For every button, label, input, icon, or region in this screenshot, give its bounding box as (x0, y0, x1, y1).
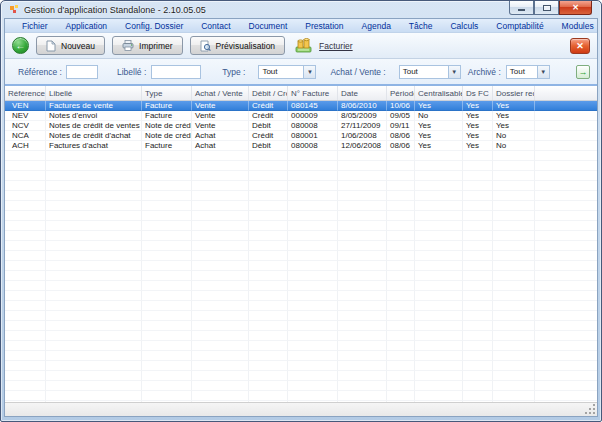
minimize-button[interactable] (509, 1, 534, 15)
cell (463, 371, 493, 381)
cell (493, 211, 535, 221)
new-button[interactable]: Nouveau (36, 36, 105, 55)
cell (5, 321, 46, 331)
preview-button[interactable]: Prévisualisation (190, 36, 286, 55)
cell (493, 371, 535, 381)
table-row-ach[interactable]: ACHFactures d'achatFactureAchatDébit0800… (5, 141, 597, 151)
cell (338, 191, 387, 201)
cell: Facture (142, 101, 192, 111)
type-filter-dropdown[interactable]: Tout ▼ (258, 65, 316, 79)
achat-vente-filter-dropdown[interactable]: Tout ▼ (399, 65, 461, 79)
menu-item-prestation[interactable]: Prestation (296, 21, 352, 31)
app-icon (9, 4, 20, 15)
cell-filler (535, 201, 597, 211)
column-header-debit-credit[interactable]: Débit / Crédit (249, 86, 288, 100)
cell (192, 361, 249, 371)
menu-item-config-dossier[interactable]: Config. Dossier (116, 21, 192, 31)
table-row-empty (5, 371, 597, 381)
cell (288, 211, 338, 221)
menu-item-calculs[interactable]: Calculs (441, 21, 487, 31)
column-header-libelle[interactable]: Libellé (46, 86, 142, 100)
table-row-empty (5, 241, 597, 251)
cell-filler (535, 121, 597, 131)
cell (288, 321, 338, 331)
cell (387, 251, 415, 261)
cell-filler (535, 211, 597, 221)
table-row-empty (5, 191, 597, 201)
cell (288, 251, 338, 261)
apply-filter-button[interactable]: → (576, 65, 590, 79)
cell (249, 251, 288, 261)
cell (493, 361, 535, 371)
cell (288, 231, 338, 241)
column-header-type[interactable]: Type (142, 86, 192, 100)
cell (415, 191, 463, 201)
status-bar (5, 402, 597, 416)
cell: No (493, 141, 535, 151)
chevron-down-icon: ▼ (448, 66, 460, 78)
menu-item-contact[interactable]: Contact (192, 21, 239, 31)
cell (493, 381, 535, 391)
type-filter-value: Tout (259, 67, 303, 76)
column-header-ds-fc[interactable]: Ds FC (463, 86, 493, 100)
resize-grip[interactable] (585, 404, 595, 414)
column-header-dossier-req[interactable]: Dossier req... (493, 86, 535, 100)
menu-item-fichier[interactable]: Fichier (13, 21, 57, 31)
cell (5, 201, 46, 211)
table-row-empty (5, 311, 597, 321)
column-header-periode[interactable]: Période (387, 86, 415, 100)
cell (415, 381, 463, 391)
cell (415, 151, 463, 161)
menu-item-modules[interactable]: Modules (553, 21, 598, 31)
cell (5, 281, 46, 291)
cell-filler (535, 161, 597, 171)
cell-filler (535, 301, 597, 311)
facturier-link[interactable]: Facturier (319, 41, 353, 51)
cell: ACH (5, 141, 46, 151)
cell (463, 281, 493, 291)
table-row-nev[interactable]: NEVNotes d'envoiFactureVenteCrédit000009… (5, 111, 597, 121)
column-header-achat-vente[interactable]: Achat / Vente (192, 86, 249, 100)
back-button[interactable]: ← (12, 37, 29, 54)
cell: Factures de vente (46, 101, 142, 111)
menu-item-document[interactable]: Document (240, 21, 297, 31)
cell: No (415, 111, 463, 121)
menu-item-tache[interactable]: Tâche (400, 21, 442, 31)
cell (192, 271, 249, 281)
cell (288, 291, 338, 301)
cell: 8/06/2010 (338, 101, 387, 111)
menu-item-application[interactable]: Application (57, 21, 117, 31)
libelle-filter-input[interactable] (151, 65, 201, 79)
cell (46, 361, 142, 371)
maximize-button[interactable] (534, 1, 559, 15)
cell (142, 191, 192, 201)
close-window-button[interactable]: ✕ (559, 1, 592, 15)
column-header-n-facture[interactable]: N° Facture (288, 86, 338, 100)
table-row-ncv[interactable]: NCVNotes de crédit de ventesNote de créd… (5, 121, 597, 131)
cell: Note de crédit (142, 131, 192, 141)
cell (142, 161, 192, 171)
table-row-nca[interactable]: NCANotes de crédit d'achatNote de crédit… (5, 131, 597, 141)
column-header-centralisable[interactable]: Centralisable (415, 86, 463, 100)
reference-filter-label: Référence : (18, 67, 62, 77)
close-view-button[interactable]: ✕ (570, 38, 590, 54)
print-button[interactable]: Imprimer (112, 36, 183, 55)
column-header-date[interactable]: Date (338, 86, 387, 100)
reference-filter-input[interactable] (66, 65, 98, 79)
invoice-coins-icon (295, 38, 313, 53)
column-header-reference[interactable]: Référence (5, 86, 46, 100)
cell (249, 171, 288, 181)
archive-filter-dropdown[interactable]: Tout ▼ (506, 65, 550, 79)
table-row-ven[interactable]: VENFactures de venteFactureVenteCrédit08… (5, 101, 597, 111)
menu-item-agenda[interactable]: Agenda (353, 21, 400, 31)
cell (463, 231, 493, 241)
cell-filler (535, 131, 597, 141)
menu-item-comptabilite[interactable]: Comptabilité (487, 21, 552, 31)
cell (493, 171, 535, 181)
cell (288, 151, 338, 161)
cell: Notes d'envoi (46, 111, 142, 121)
cell (338, 331, 387, 341)
cell (463, 261, 493, 271)
cell: NCA (5, 131, 46, 141)
cell (249, 221, 288, 231)
